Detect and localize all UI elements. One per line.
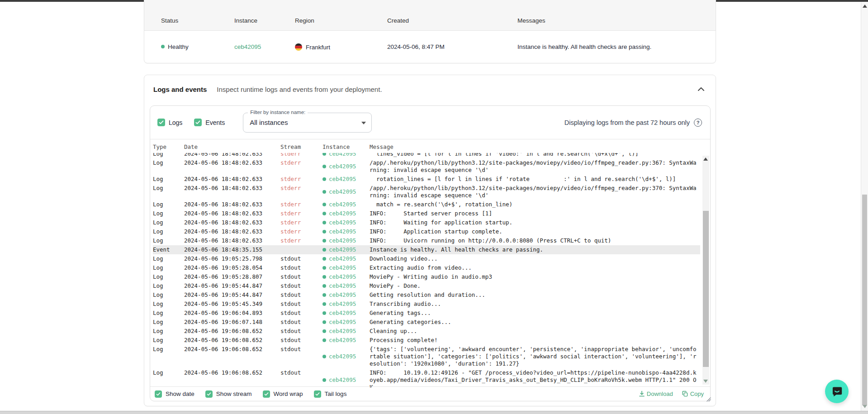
scroll-up-arrow-icon[interactable] [703, 157, 708, 161]
log-filter-bar: Logs Events Filter by instance name: All… [150, 106, 710, 139]
log-instance-link[interactable]: ceb42095 [323, 228, 370, 235]
col-header-date: Date [184, 143, 280, 150]
instance-link[interactable]: ceb42095 [234, 43, 261, 50]
log-type: Log [153, 176, 184, 183]
word-wrap-label: Word wrap [274, 390, 303, 397]
show-date-checkbox[interactable]: Show date [155, 390, 194, 398]
log-date: 2024-05-06 18:48:02.633 [184, 159, 280, 167]
log-instance-link[interactable]: ceb42095 [323, 246, 370, 253]
log-stream: stdout [280, 309, 323, 317]
log-stream: stdout [280, 328, 323, 335]
instance-dot-icon [323, 338, 326, 342]
log-instance-link[interactable]: ceb42095 [323, 176, 370, 183]
log-stream: stderr [280, 185, 323, 192]
log-date: 2024-05-06 19:06:08.652 [184, 337, 280, 344]
log-instance-link[interactable]: ceb42095 [323, 282, 370, 290]
log-scrollbar[interactable] [702, 156, 709, 385]
show-stream-checkbox[interactable]: Show stream [205, 390, 252, 398]
log-message: Downloading video... [370, 255, 700, 262]
footer-actions: Download Copy [630, 390, 704, 397]
instance-dot-icon [323, 378, 326, 382]
instance-filter-value: All instances [250, 119, 288, 126]
log-instance-link[interactable]: ceb42095 [323, 328, 370, 335]
log-message: match = re.search('\d+$', rotation_line) [370, 201, 700, 208]
log-stream: stdout [280, 264, 323, 271]
scroll-down-arrow-icon[interactable] [863, 405, 867, 408]
instance-table-header: Status Instance Region Created Messages [144, 0, 716, 31]
log-scrollbar-thumb[interactable] [703, 211, 709, 367]
log-date: 2024-05-06 18:48:02.633 [184, 153, 280, 157]
help-icon[interactable]: ? [694, 119, 702, 127]
log-row: Log 2024-05-06 18:48:02.633 stderr ceb42… [153, 236, 700, 245]
log-instance-link[interactable]: ceb42095 [323, 353, 370, 360]
copy-label: Copy [690, 390, 704, 397]
log-message: {'tags': ['volunteering', 'awkward encou… [370, 346, 700, 367]
download-button[interactable]: Download [639, 390, 673, 397]
download-label: Download [647, 390, 673, 397]
log-instance-link[interactable]: ceb42095 [323, 264, 370, 271]
scroll-up-arrow-icon[interactable] [863, 5, 867, 8]
log-scroll-area[interactable]: Log 2024-05-06 18:48:02.633 stderr ceb42… [150, 153, 710, 387]
log-type: Log [153, 273, 184, 281]
chat-widget-button[interactable] [825, 380, 849, 403]
log-instance-link[interactable]: ceb42095 [323, 309, 370, 317]
log-row: Log 2024-05-06 18:48:02.633 stderr ceb42… [153, 175, 700, 184]
region-label: Frankfurt [306, 44, 330, 51]
log-stream: stdout [280, 282, 323, 290]
log-date: 2024-05-06 19:05:45.349 [184, 300, 280, 308]
log-stream: stdout [280, 300, 323, 308]
log-instance-link[interactable]: ceb42095 [323, 219, 370, 226]
log-row: Log 2024-05-06 19:06:08.652 stdout ceb42… [153, 327, 700, 336]
log-row: Log 2024-05-06 19:05:45.349 stdout ceb42… [153, 300, 700, 309]
scroll-down-arrow-icon[interactable] [703, 380, 708, 383]
log-stream: stderr [280, 153, 323, 157]
resize-handle[interactable] [706, 395, 711, 404]
instance-dot-icon [323, 355, 326, 358]
log-instance-link[interactable]: ceb42095 [323, 188, 370, 195]
log-instance-link[interactable]: ceb42095 [323, 319, 370, 326]
log-instance-link[interactable]: ceb42095 [323, 153, 370, 157]
log-date: 2024-05-06 18:48:02.633 [184, 210, 280, 217]
tail-logs-checkbox[interactable]: Tail logs [314, 390, 347, 398]
log-message: Processing complete! [370, 337, 700, 344]
log-instance-link[interactable]: ceb42095 [323, 237, 370, 244]
log-type: Log [153, 369, 184, 376]
log-date: 2024-05-06 18:48:02.633 [184, 237, 280, 244]
col-header-status: Status [161, 17, 234, 24]
log-stream: stdout [280, 255, 323, 262]
word-wrap-checkbox[interactable]: Word wrap [263, 390, 303, 398]
log-row: Log 2024-05-06 18:48:02.633 stderr ceb42… [153, 158, 700, 175]
log-instance-link[interactable]: ceb42095 [323, 163, 370, 170]
instance-dot-icon [323, 275, 326, 279]
checkbox-checked-icon [314, 390, 321, 398]
tail-logs-label: Tail logs [325, 390, 347, 397]
page-scrollbar[interactable] [861, 2, 868, 411]
instance-dot-icon [323, 190, 326, 194]
instance-dot-icon [323, 165, 326, 168]
log-stream: stdout [280, 337, 323, 344]
log-type: Log [153, 291, 184, 299]
log-type: Log [153, 328, 184, 335]
log-instance-link[interactable]: ceb42095 [323, 255, 370, 262]
log-instance-link[interactable]: ceb42095 [323, 337, 370, 344]
copy-button[interactable]: Copy [682, 390, 704, 397]
col-header-message: Message [370, 143, 710, 150]
log-instance-link[interactable]: ceb42095 [323, 201, 370, 208]
instance-filter-select[interactable]: Filter by instance name: All instances [243, 113, 372, 133]
germany-flag-icon [295, 43, 302, 51]
instance-dot-icon [323, 177, 326, 181]
events-type-checkbox[interactable]: Events [194, 119, 225, 126]
log-instance-link[interactable]: ceb42095 [323, 291, 370, 299]
log-type: Event [153, 246, 184, 253]
page-scrollbar-thumb[interactable] [862, 195, 867, 405]
log-message: Cleaning up... [370, 328, 700, 335]
collapse-section-button[interactable] [696, 85, 707, 93]
log-instance-link[interactable]: ceb42095 [323, 273, 370, 281]
log-instance-link[interactable]: ceb42095 [323, 300, 370, 308]
log-message: INFO: Application startup complete. [370, 228, 700, 235]
logs-type-checkbox[interactable]: Logs [157, 119, 182, 126]
log-instance-link[interactable]: ceb42095 [323, 210, 370, 217]
log-instance-link[interactable]: ceb42095 [323, 376, 370, 384]
log-row: Log 2024-05-06 19:05:44.847 stdout ceb42… [153, 281, 700, 290]
col-header-messages: Messages [517, 17, 716, 24]
